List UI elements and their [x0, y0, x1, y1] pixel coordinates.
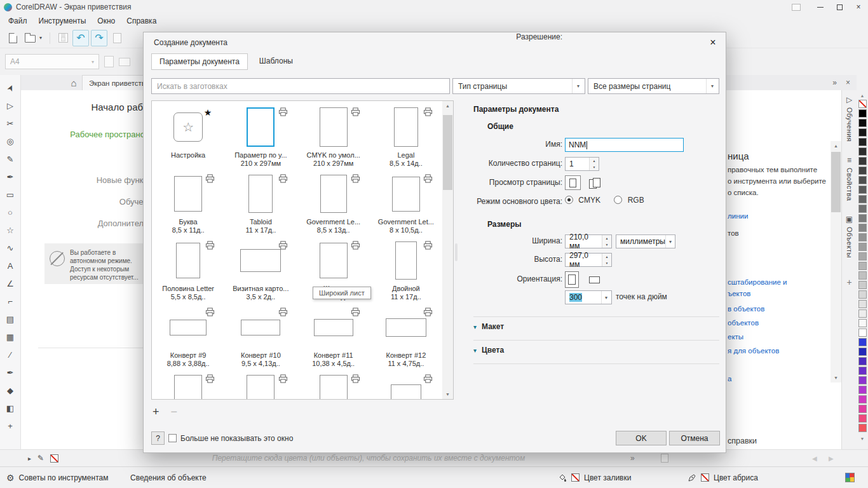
save-button[interactable] — [55, 30, 71, 46]
menu-item[interactable]: Файл — [3, 15, 33, 27]
palette-swatch[interactable] — [858, 319, 867, 327]
palette-swatch[interactable] — [858, 252, 867, 261]
facing-pages-view-button[interactable] — [587, 175, 602, 190]
palette-swatch[interactable] — [858, 195, 867, 203]
preset-item[interactable]: ★ ☆ — [370, 369, 442, 400]
preset-item[interactable]: ★ ☆ Конверт #12 11 x 4,75д.. — [370, 302, 442, 369]
preset-item[interactable]: ★ ☆ Настройка — [152, 102, 224, 169]
freehand-tool-icon[interactable]: ✎ — [2, 150, 18, 168]
preset-item[interactable]: ★ ☆ CMYK по умол... 210 x 297мм — [297, 102, 370, 169]
preset-item[interactable]: ★ ☆ Половина Letter 5,5 x 8,5д.. — [152, 236, 224, 302]
shadow-tool-icon[interactable]: ▤ — [2, 310, 18, 328]
scroll-up-icon[interactable]: ▲ — [831, 141, 841, 151]
palette-swatch[interactable] — [858, 405, 867, 413]
page-size-combo[interactable]: A4 ▾ — [5, 54, 99, 69]
docker-text-fragment[interactable]: в объектов — [728, 304, 764, 313]
palette-swatch[interactable] — [858, 414, 867, 423]
palette-swatch[interactable] — [858, 424, 867, 432]
docker-tab-properties[interactable]: ≡ Свойства — [846, 156, 853, 201]
single-page-view-button[interactable] — [565, 175, 581, 190]
add-preset-button[interactable]: + — [153, 405, 159, 419]
import-button[interactable] — [109, 30, 125, 46]
ok-button[interactable]: OK — [616, 431, 667, 445]
palette-swatch[interactable] — [858, 138, 867, 146]
eyedropper-tool-icon[interactable]: ∕ — [2, 346, 18, 363]
palette-swatch[interactable] — [858, 395, 867, 403]
layout-section-toggle[interactable]: ▾ Макет — [473, 322, 504, 331]
preset-item[interactable]: ★ ☆ Конверт #11 10,38 x 4,5д.. — [297, 302, 370, 369]
shape-tool-icon[interactable]: ▷ — [2, 97, 18, 114]
palette-swatch[interactable] — [858, 386, 867, 394]
spin-down-icon[interactable]: ▼ — [602, 241, 611, 248]
fill-color-item[interactable]: Цвет заливки — [558, 467, 631, 488]
dialog-close-button[interactable]: × — [705, 35, 721, 50]
palette-scroll-up-icon[interactable]: ▲ — [860, 93, 865, 98]
open-document-button[interactable] — [22, 30, 37, 46]
tray-none-swatch[interactable] — [50, 454, 58, 463]
connector-tool-icon[interactable]: ⌐ — [2, 292, 18, 310]
palette-swatch[interactable] — [858, 109, 867, 118]
docker-text-fragment[interactable]: сштабирование и — [728, 278, 787, 287]
palette-swatch[interactable] — [858, 147, 867, 156]
palette-swatch[interactable] — [858, 100, 867, 108]
preset-item[interactable]: ★ ☆ — [297, 369, 370, 400]
rectangle-tool-icon[interactable]: ▭ — [2, 186, 18, 203]
palette-swatch[interactable] — [858, 243, 867, 251]
height-stepper[interactable]: 297,0 мм ▲▼ — [565, 253, 612, 267]
maximize-button[interactable] — [830, 0, 849, 14]
tray-scroll-left-icon[interactable]: ◀ — [812, 455, 817, 462]
docker-scrollbar[interactable]: ▲ ▼ — [831, 141, 841, 383]
polygon-tool-icon[interactable]: ☆ — [2, 221, 18, 239]
width-stepper[interactable]: 210,0 мм ▲▼ — [565, 234, 612, 248]
preset-item[interactable]: ★ ☆ Буква 8,5 x 11д.. — [152, 169, 224, 236]
new-document-button[interactable] — [5, 30, 20, 46]
preset-item[interactable]: ★ ☆ — [152, 369, 224, 400]
dimension-tool-icon[interactable]: ∠ — [2, 274, 18, 292]
dialog-tab[interactable]: Шаблоны — [252, 53, 301, 70]
tray-scroll-right-icon[interactable]: ▶ — [829, 455, 834, 462]
help-button[interactable]: ? — [151, 431, 165, 445]
zoom-tool-icon[interactable]: ◎ — [2, 132, 18, 150]
palette-swatch[interactable] — [858, 224, 867, 232]
portrait-orientation-icon[interactable] — [104, 56, 114, 67]
preset-item[interactable]: ★ ☆ — [224, 369, 297, 400]
page-size-filter[interactable]: Все размеры страниц ▾ — [588, 78, 719, 94]
units-dropdown[interactable]: миллиметры ▾ — [616, 234, 675, 248]
redo-button[interactable]: ↷ — [91, 30, 107, 46]
outline-color-item[interactable]: Цвет абриса — [688, 467, 758, 488]
scroll-up-icon[interactable]: ▲ — [442, 101, 453, 111]
tray-page-icon[interactable] — [661, 454, 668, 464]
resolution-combo[interactable]: 300 ▾ — [565, 290, 612, 304]
palette-swatch[interactable] — [858, 357, 867, 365]
landscape-orientation-icon[interactable] — [119, 58, 130, 66]
add-tools-icon[interactable]: + — [2, 417, 18, 435]
preset-item[interactable]: ★ ☆ Конверт #9 8,88 x 3,88д.. — [152, 302, 224, 369]
object-info-item[interactable]: Сведения об объекте — [130, 467, 207, 488]
remove-preset-button[interactable]: − — [171, 405, 178, 419]
undo-button[interactable]: ↶ — [72, 30, 89, 46]
preset-item[interactable]: ★ ☆ Визитная карто... 3,5 x 2д.. — [224, 236, 297, 302]
scroll-down-icon[interactable]: ▼ — [831, 373, 841, 383]
document-name-input[interactable]: NNM — [565, 138, 684, 152]
spin-down-icon[interactable]: ▼ — [590, 164, 599, 170]
docker-tab-objects[interactable]: ▣ Объекты — [846, 215, 853, 258]
docker-text-fragment[interactable]: ъектов — [728, 289, 750, 298]
docker-text-fragment[interactable]: екты — [728, 332, 743, 341]
palette-swatch[interactable] — [858, 128, 867, 137]
add-docker-button[interactable]: + — [846, 277, 851, 287]
interactive-fill-tool-icon[interactable]: ◧ — [2, 399, 18, 417]
crop-tool-icon[interactable]: ✂ — [2, 114, 18, 132]
open-dropdown-caret-icon[interactable]: ▾ — [39, 35, 42, 41]
palette-swatch[interactable] — [858, 338, 867, 346]
spin-up-icon[interactable]: ▲ — [602, 235, 611, 241]
spin-up-icon[interactable]: ▲ — [602, 254, 611, 260]
palette-swatch[interactable] — [858, 166, 867, 175]
preset-item[interactable]: ★ ☆ Параметр по у... 210 x 297мм — [224, 102, 297, 169]
docker-tab-learning[interactable]: ▷ Обучения — [846, 95, 853, 142]
tray-flyout-icon[interactable]: ▸ — [28, 455, 31, 462]
docker-text-fragment[interactable]: а — [728, 374, 731, 383]
titlebar-extra-icon[interactable] — [792, 4, 801, 11]
palette-swatch[interactable] — [858, 348, 867, 356]
dont-show-checkbox[interactable] — [168, 434, 177, 442]
rgb-radio[interactable] — [614, 196, 622, 204]
